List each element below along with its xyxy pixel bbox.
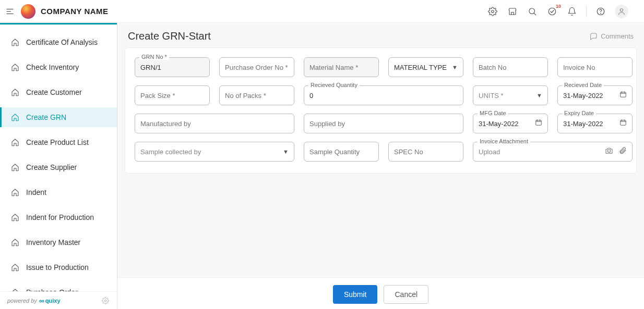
received-quantity-field[interactable]: Recieved Quantity [304,85,463,105]
help-icon [596,7,605,16]
home-icon [10,263,20,272]
sidebar-item-label: Certificate Of Analysis [26,38,98,46]
paperclip-icon[interactable] [618,146,627,157]
pack-size-input[interactable] [140,92,204,100]
submit-button[interactable]: Submit [333,285,378,304]
activity-button[interactable]: 10 [546,6,558,17]
sidebar-item-label: Indent for Production [26,213,94,221]
batch-no-field[interactable] [473,57,548,77]
sidebar-footer: powered by ∞quixy [0,291,117,309]
supplied-by-field[interactable] [304,114,463,133]
sidebar-item-purchase-order[interactable]: Purchase Order [0,282,117,291]
manufactured-by-input[interactable] [140,120,289,128]
sidebar-item-create-product-list[interactable]: Create Product List [0,132,117,152]
material-name-field[interactable] [304,57,379,77]
settings-button[interactable] [487,6,498,17]
sidebar-item-create-grn[interactable]: Create GRN [0,107,117,127]
svg-rect-12 [621,92,626,97]
mfg-date-input[interactable] [479,120,535,128]
svg-point-24 [607,150,610,152]
home-icon [10,213,20,222]
page-title: Create GRN-Start [128,30,211,42]
purchase-order-input[interactable] [225,64,289,71]
sample-quantity-field[interactable] [304,142,379,162]
search-button[interactable] [527,6,538,17]
no-of-packs-field[interactable] [219,85,294,105]
comments-icon [589,32,598,41]
sidebar: Certificate Of Analysis Check Inventory … [0,23,117,309]
comments-label: Comments [601,32,634,40]
menu-toggle-button[interactable] [4,6,16,17]
manufactured-by-field[interactable] [135,114,294,133]
invoice-no-field[interactable] [557,57,633,77]
units-select[interactable]: UNITS * ▼ [473,85,548,105]
sidebar-item-label: Check Inventory [26,63,79,71]
sidebar-scroll[interactable]: Certificate Of Analysis Check Inventory … [0,23,117,291]
sidebar-item-indent-for-production[interactable]: Indent for Production [0,207,117,227]
sidebar-item-check-inventory[interactable]: Check Inventory [0,57,117,77]
sample-quantity-input[interactable] [309,148,373,156]
content-area: Create GRN-Start Comments GRN No * [117,23,644,309]
sidebar-item-label: Issue to Production [26,263,89,271]
help-button[interactable] [595,6,606,17]
spec-no-input[interactable] [394,148,458,156]
expiry-date-input[interactable] [563,120,619,128]
expiry-date-field[interactable]: Expiry Date [557,114,633,133]
invoice-attachment-label: Invoice Attachment [478,138,530,144]
svg-marker-10 [632,10,635,12]
sidebar-item-create-customer[interactable]: Create Customer [0,82,117,102]
chevron-down-icon: ▼ [536,92,542,98]
units-placeholder: UNITS * [479,92,533,100]
top-bar: COMPANY NAME 10 [0,0,644,23]
sidebar-item-create-supplier[interactable]: Create Supplier [0,157,117,177]
received-date-label: Recieved Date [562,82,604,88]
store-icon [508,7,517,16]
camera-icon[interactable] [605,146,613,157]
grn-no-field[interactable]: GRN No * [135,57,210,77]
cancel-button[interactable]: Cancel [384,285,428,304]
home-icon [10,138,20,147]
sidebar-item-label: Create GRN [26,113,66,121]
material-type-value: MATERIAL TYPE [394,64,449,71]
sidebar-item-indent[interactable]: Indent [0,182,117,202]
received-quantity-input[interactable] [309,92,458,100]
avatar-icon [615,5,628,18]
invoice-no-input[interactable] [563,64,627,71]
comments-button[interactable]: Comments [589,32,634,41]
user-menu[interactable] [615,5,636,18]
sample-collected-select[interactable]: Sample collected by ▼ [135,142,294,162]
sidebar-item-certificate-of-analysis[interactable]: Certificate Of Analysis [0,32,117,52]
purchase-order-field[interactable] [219,57,294,77]
invoice-attachment-field[interactable]: Invoice Attachment Upload [473,142,633,162]
notifications-button[interactable] [566,6,578,17]
header-divider [586,6,587,17]
svg-rect-20 [621,120,626,125]
no-of-packs-input[interactable] [225,92,289,100]
sidebar-item-issue-to-production[interactable]: Issue to Production [0,257,117,277]
received-quantity-label: Recieved Quantity [308,82,360,88]
spec-no-field[interactable] [388,142,463,162]
bell-icon [567,7,577,16]
svg-point-6 [548,8,556,15]
mfg-date-field[interactable]: MFG Date [473,114,548,133]
material-type-select[interactable]: MATERIAL TYPE ▼ [388,57,463,77]
sidebar-item-label: Create Supplier [26,163,77,171]
activity-badge: 10 [556,4,561,9]
material-name-input[interactable] [309,64,373,71]
calendar-icon [535,119,542,128]
grn-no-input[interactable] [140,64,204,71]
sample-collected-placeholder: Sample collected by [140,148,280,156]
supplied-by-input[interactable] [309,120,458,128]
home-icon [10,38,20,47]
received-date-field[interactable]: Recieved Date [557,85,633,105]
pack-size-field[interactable] [135,85,210,105]
home-icon [10,88,20,97]
batch-no-input[interactable] [479,64,542,71]
sidebar-item-inventory-master[interactable]: Inventory Master [0,232,117,252]
sidebar-item-label: Create Product List [26,138,89,146]
store-button[interactable] [507,6,518,17]
quixy-logo: ∞quixy [39,296,61,305]
home-icon [10,63,20,72]
received-date-input[interactable] [563,92,619,100]
footer-settings-button[interactable] [101,296,110,305]
